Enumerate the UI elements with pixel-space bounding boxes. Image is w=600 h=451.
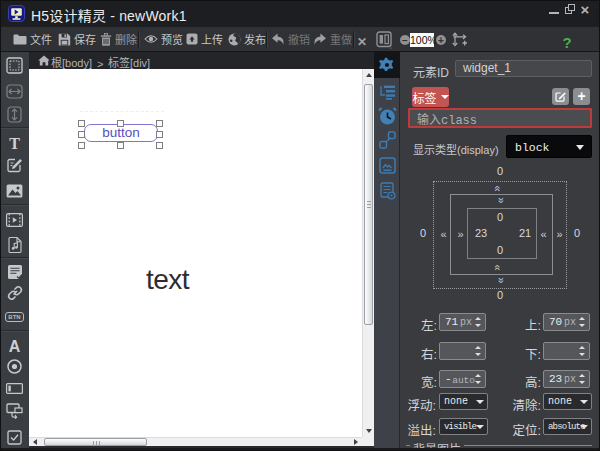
selection-handle-bottom-right[interactable] — [156, 142, 163, 149]
horizontal-scrollbar[interactable] — [29, 437, 362, 446]
design-canvas[interactable]: button text — [29, 69, 362, 437]
link-tool-button[interactable] — [0, 281, 29, 305]
checkbox-tool-button[interactable] — [0, 425, 29, 449]
stepper-up-icon[interactable] — [475, 317, 481, 320]
height-field-input[interactable]: 23 px — [543, 370, 590, 388]
selection-handle-bottom-center[interactable] — [117, 142, 124, 149]
padding-left-adjust-icon[interactable]: » — [457, 225, 462, 241]
overflow-select[interactable]: visible — [439, 418, 488, 435]
canvas-text-element[interactable]: text — [146, 264, 189, 296]
position-select[interactable]: absolute — [543, 418, 592, 435]
clear-canvas-button[interactable]: ✕ — [357, 32, 367, 49]
tab-media[interactable] — [374, 157, 400, 174]
padding-top-value[interactable]: 0 — [497, 211, 503, 223]
delete-button[interactable]: 删除 — [100, 27, 137, 51]
margin-right-value[interactable]: 0 — [574, 227, 580, 239]
margin-right-adjust-icon[interactable]: » — [556, 225, 561, 241]
minimize-button[interactable] — [547, 0, 561, 27]
publish-button[interactable]: 发布 — [228, 27, 266, 51]
height-resize-tool-button[interactable] — [0, 102, 29, 126]
zoom-out-button[interactable]: − — [400, 35, 410, 45]
height-stepper[interactable] — [579, 373, 587, 385]
top-stepper[interactable] — [579, 316, 587, 328]
bottom-stepper[interactable] — [579, 345, 587, 357]
left-stepper[interactable] — [475, 316, 483, 328]
stepper-up-icon[interactable] — [475, 346, 481, 349]
maximize-button[interactable] — [564, 0, 578, 27]
breadcrumb-root[interactable]: 根[body] — [51, 54, 92, 70]
undo-button[interactable]: 撤销 — [271, 27, 310, 51]
scroll-down-arrow[interactable] — [366, 429, 372, 433]
input-tool-button[interactable] — [0, 376, 29, 400]
top-field-input[interactable]: 70 px — [543, 313, 590, 331]
scroll-right-arrow[interactable] — [354, 439, 358, 445]
margin-bottom-value[interactable]: 0 — [497, 289, 503, 301]
padding-right-adjust-icon[interactable]: « — [540, 225, 545, 241]
radio-tool-button[interactable] — [0, 354, 29, 378]
stepper-down-icon[interactable] — [579, 381, 585, 384]
tab-project-settings[interactable] — [374, 182, 400, 200]
left-field-input[interactable]: 71 px — [439, 313, 486, 331]
upload-button[interactable]: 上传 — [186, 27, 223, 51]
breadcrumb-current[interactable]: 标签[div] — [108, 54, 150, 70]
padding-bottom-adjust-icon[interactable]: « — [491, 264, 507, 269]
tab-components[interactable] — [374, 131, 400, 149]
container-tool-button[interactable] — [0, 53, 29, 77]
video-tool-button[interactable] — [0, 208, 29, 232]
width-field-input[interactable]: - auto — [439, 370, 486, 388]
zoom-in-button[interactable]: + — [436, 35, 446, 45]
padding-left-value[interactable]: 23 — [475, 227, 487, 239]
margin-bottom-adjust-icon[interactable]: « — [491, 278, 507, 283]
add-class-button[interactable]: + — [573, 88, 590, 105]
tag-dropdown-button[interactable]: 标签 — [412, 87, 449, 107]
form-edit-tool-button[interactable] — [0, 153, 29, 177]
horizontal-scrollbar-thumb[interactable] — [44, 438, 147, 446]
vertical-scrollbar-thumb[interactable] — [364, 84, 373, 325]
element-id-input[interactable]: widget_1 — [455, 60, 592, 77]
margin-top-adjust-icon[interactable]: « — [491, 185, 507, 190]
margin-left-adjust-icon[interactable]: « — [440, 225, 445, 241]
stepper-down-icon[interactable] — [579, 353, 585, 356]
vertical-scrollbar[interactable] — [362, 69, 374, 437]
selection-handle-top-center[interactable] — [117, 120, 124, 127]
stepper-up-icon[interactable] — [579, 317, 585, 320]
zoom-level-value[interactable]: 100% — [410, 33, 434, 47]
scroll-left-arrow[interactable] — [33, 439, 37, 445]
width-resize-tool-button[interactable] — [0, 79, 29, 103]
image-tool-button[interactable] — [0, 179, 29, 203]
select-tool-button[interactable] — [0, 399, 29, 423]
home-icon[interactable] — [38, 55, 50, 66]
close-button[interactable]: × — [578, 0, 592, 27]
selection-handle-middle-left[interactable] — [78, 131, 85, 138]
display-type-select[interactable]: block — [506, 135, 592, 158]
redo-button[interactable]: 重做 — [313, 27, 352, 51]
stepper-down-icon[interactable] — [579, 324, 585, 327]
save-button[interactable]: 保存 — [58, 27, 96, 51]
edit-tag-button[interactable] — [552, 88, 569, 105]
stepper-down-icon[interactable] — [475, 353, 481, 356]
padding-right-value[interactable]: 21 — [519, 227, 531, 239]
stepper-up-icon[interactable] — [475, 374, 481, 377]
margin-left-value[interactable]: 0 — [420, 227, 426, 239]
float-select[interactable]: none — [439, 393, 488, 410]
selection-handle-top-right[interactable] — [156, 120, 163, 127]
class-name-input[interactable] — [408, 108, 592, 128]
stepper-down-icon[interactable] — [475, 324, 481, 327]
bottom-field-input[interactable] — [543, 342, 590, 360]
clear-select[interactable]: none — [543, 393, 592, 410]
help-button[interactable]: ? — [560, 31, 574, 52]
audio-tool-button[interactable] — [0, 233, 29, 257]
selection-handle-top-left[interactable] — [78, 120, 85, 127]
stepper-up-icon[interactable] — [579, 346, 585, 349]
tab-animation-timer[interactable] — [374, 107, 400, 126]
padding-bottom-value[interactable]: 0 — [497, 244, 503, 256]
scroll-up-arrow[interactable] — [366, 73, 372, 77]
stepper-down-icon[interactable] — [475, 381, 481, 384]
right-field-input[interactable] — [439, 342, 486, 360]
selection-handle-middle-right[interactable] — [156, 131, 163, 138]
stepper-up-icon[interactable] — [579, 374, 585, 377]
tab-style-settings-active[interactable] — [374, 52, 400, 78]
preview-button[interactable]: 预览 — [144, 27, 183, 51]
right-stepper[interactable] — [475, 345, 483, 357]
button-tool-button[interactable]: BTN — [0, 305, 29, 329]
